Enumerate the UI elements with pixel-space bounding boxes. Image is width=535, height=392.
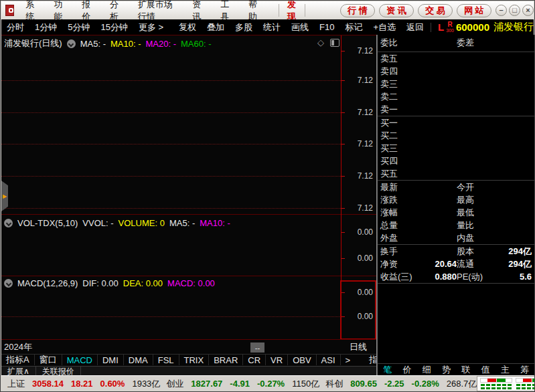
macd-value-label: MACD: 0.00 bbox=[167, 278, 215, 288]
tool-multi-stock[interactable]: 多股 bbox=[230, 21, 258, 33]
sell-row-5[interactable]: 卖五 bbox=[378, 52, 534, 65]
toolbar-divider bbox=[431, 23, 431, 32]
info-row: 涨幅 最低 bbox=[378, 206, 534, 219]
tab-vr[interactable]: VR bbox=[266, 355, 288, 365]
pe-value: 5.6 bbox=[497, 272, 532, 282]
diamond-icon[interactable]: ◇ bbox=[317, 37, 324, 47]
sell-row-1[interactable]: 卖一 bbox=[378, 103, 534, 116]
collapse-macd-icon[interactable] bbox=[4, 279, 13, 288]
collapse-vol-icon[interactable] bbox=[4, 219, 13, 227]
chart-toolbar: 分时 1分钟 5分钟 15分钟 更多 > 复权 叠加 多股 统计 画线 F10 … bbox=[1, 19, 534, 35]
dash-row bbox=[480, 387, 512, 389]
stock-name: 浦发银行 bbox=[493, 21, 534, 33]
side-panel-icon[interactable] bbox=[330, 39, 339, 47]
menu-system[interactable]: 系统 bbox=[18, 1, 46, 19]
tool-adjust-price[interactable]: 复权 bbox=[173, 21, 202, 33]
tab-dma[interactable]: DMA bbox=[124, 355, 153, 365]
sell-row-4[interactable]: 卖四 bbox=[378, 65, 534, 78]
buy-row-3[interactable]: 买三 bbox=[378, 142, 534, 155]
period-intraday[interactable]: 分时 bbox=[1, 21, 29, 33]
tab-obv[interactable]: OBV bbox=[288, 355, 316, 365]
tool-overlay[interactable]: 叠加 bbox=[202, 21, 230, 33]
tool-back[interactable]: 返回 bbox=[401, 21, 429, 33]
index-pct: -0.28% bbox=[412, 379, 439, 389]
tab-tick[interactable]: 笔 bbox=[383, 364, 392, 376]
tool-add-watchlist[interactable]: +自选 bbox=[368, 21, 401, 33]
tab-scroll-arrow-icon[interactable]: > bbox=[341, 355, 356, 365]
pane-separator[interactable] bbox=[1, 276, 376, 276]
gridline bbox=[1, 144, 341, 144]
quote-tab-bar: 笔 价 细 势 联 值 主 筹 bbox=[378, 363, 534, 375]
window-controls: – □ × bbox=[495, 5, 534, 16]
menu-tools[interactable]: 工具 bbox=[213, 1, 241, 19]
menu-news[interactable]: 资讯 bbox=[185, 1, 213, 19]
capital-value: 294亿 bbox=[497, 246, 532, 258]
sell-row-2[interactable]: 卖二 bbox=[378, 90, 534, 103]
buy-row-2[interactable]: 买二 bbox=[378, 129, 534, 142]
net-asset-value: 20.64 bbox=[422, 259, 457, 269]
index-shanghai[interactable]: 上证 3058.14 18.21 0.60% 1933亿 bbox=[7, 378, 160, 390]
tab-macd[interactable]: MACD bbox=[62, 355, 98, 365]
ma60-label: MA60: - bbox=[181, 39, 212, 49]
chart-region[interactable]: 浦发银行(日线) MA5: - MA10: - MA20: - MA60: - … bbox=[1, 35, 376, 375]
tool-statistics[interactable]: 统计 bbox=[258, 21, 286, 33]
tab-trix[interactable]: TRIX bbox=[179, 355, 210, 365]
collapse-main-icon[interactable] bbox=[67, 39, 76, 48]
index-chinext[interactable]: 创业 1827.67 -4.91 -0.27% 1150亿 bbox=[166, 378, 319, 390]
trade-mode-button[interactable]: 交 易 bbox=[418, 4, 453, 17]
stat-row: 净资 20.64 流通 294亿 bbox=[378, 258, 534, 270]
tool-f10[interactable]: F10 bbox=[314, 22, 339, 32]
tab-extension[interactable]: 扩展∧ bbox=[1, 367, 36, 375]
buy-row-1[interactable]: 买一 bbox=[378, 116, 534, 129]
menu-help[interactable]: 帮助 bbox=[241, 1, 269, 19]
expand-handle[interactable]: ▶ bbox=[1, 181, 8, 211]
tab-dmi[interactable]: DMI bbox=[98, 355, 124, 365]
buy-row-5[interactable]: 买五 bbox=[378, 167, 534, 180]
tab-chips[interactable]: 筹 bbox=[520, 364, 529, 376]
tab-brar[interactable]: BRAR bbox=[209, 355, 243, 365]
tab-main[interactable]: 主 bbox=[501, 364, 510, 376]
menu-quote[interactable]: 报价 bbox=[74, 1, 102, 19]
period-15min[interactable]: 15分钟 bbox=[95, 21, 133, 33]
close-icon[interactable]: × bbox=[522, 5, 534, 16]
info-row: 外盘 内盘 bbox=[378, 231, 534, 244]
news-mode-button[interactable]: 资 讯 bbox=[379, 4, 414, 17]
tool-draw-line[interactable]: 画线 bbox=[286, 21, 314, 33]
tab-fsl[interactable]: FSL bbox=[153, 355, 179, 365]
tab-linked[interactable]: 联 bbox=[461, 364, 470, 376]
gridline bbox=[1, 176, 341, 177]
menu-function[interactable]: 功能 bbox=[46, 1, 74, 19]
pane-separator[interactable] bbox=[1, 214, 376, 215]
inner-vol-label: 内盘 bbox=[457, 232, 532, 244]
website-mode-button[interactable]: 网 站 bbox=[457, 4, 491, 17]
tab-window[interactable]: 窗口 bbox=[35, 355, 62, 365]
tab-asi[interactable]: ASI bbox=[317, 355, 341, 365]
market-breadth-widget[interactable] bbox=[477, 376, 535, 391]
y-tick-label: 0.00 bbox=[343, 227, 373, 237]
tool-mark[interactable]: 标记 bbox=[339, 21, 368, 33]
tab-linked-quote[interactable]: 关联报价 bbox=[36, 367, 81, 375]
menu-analysis[interactable]: 分析 bbox=[102, 1, 131, 19]
tab-price[interactable]: 价 bbox=[402, 364, 411, 376]
tab-trend[interactable]: 势 bbox=[442, 364, 451, 376]
period-more-button[interactable]: 更多 > bbox=[133, 21, 169, 33]
sell-row-3[interactable]: 卖三 bbox=[378, 78, 534, 90]
period-5min[interactable]: 5分钟 bbox=[62, 21, 95, 33]
dif-label: DIF: 0.00 bbox=[82, 278, 118, 288]
menu-extended-market[interactable]: 扩展市场行情 bbox=[131, 1, 185, 19]
period-1min[interactable]: 1分钟 bbox=[29, 21, 62, 33]
tab-value[interactable]: 值 bbox=[481, 364, 489, 376]
buy-row-4[interactable]: 买四 bbox=[378, 155, 534, 167]
tab-detail[interactable]: 细 bbox=[423, 364, 431, 376]
minimize-icon[interactable]: – bbox=[495, 5, 507, 16]
tab-cr[interactable]: CR bbox=[243, 355, 266, 365]
breadth-group bbox=[516, 378, 535, 389]
change-pct-label: 涨幅 bbox=[380, 207, 457, 219]
tab-indicator-a[interactable]: 指标A bbox=[1, 355, 35, 365]
restore-icon[interactable]: □ bbox=[509, 5, 520, 16]
quote-mode-button[interactable]: 行 情 bbox=[340, 4, 375, 17]
index-star[interactable]: 科创 809.65 -2.25 -0.28% 268.7亿 bbox=[325, 378, 477, 390]
x-axis-overlay-box[interactable]: -- bbox=[250, 342, 264, 353]
period-indicator: 日线 bbox=[343, 341, 373, 353]
tab-indicator-b[interactable]: 指标B bbox=[364, 355, 376, 365]
